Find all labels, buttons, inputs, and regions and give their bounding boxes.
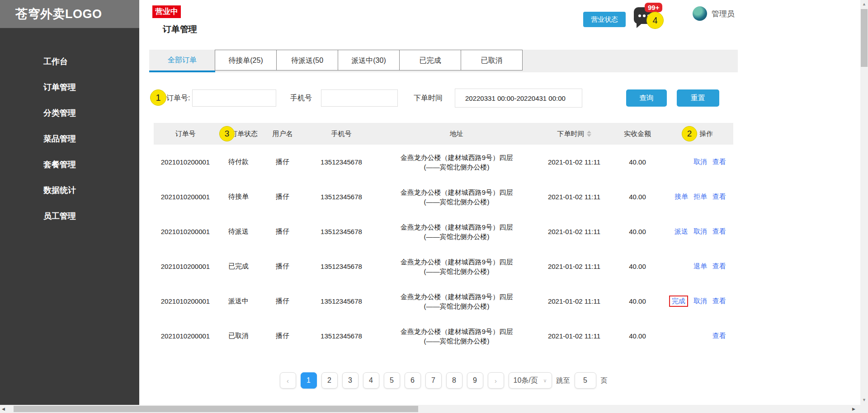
vertical-scrollbar[interactable]: ▲ ▼ [860, 0, 868, 405]
tab-已完成[interactable]: 已完成 [399, 50, 461, 70]
page-button-8[interactable]: 8 [446, 372, 462, 389]
jump-page-input[interactable]: 5 [575, 372, 596, 389]
prev-page-button[interactable]: ‹ [280, 372, 296, 389]
cell-status: 已完成 [217, 262, 260, 271]
cell-order-time: 2021-01-02 11:11 [536, 263, 613, 270]
action-link-取消[interactable]: 取消 [693, 158, 707, 166]
chevron-down-icon: ∨ [543, 378, 547, 384]
tab-待派送(50[interactable]: 待派送(50 [276, 50, 338, 70]
phone-input[interactable] [321, 89, 398, 107]
scroll-right-arrow-icon[interactable]: ▶ [852, 407, 855, 411]
cell-order-time: 2021-01-02 11:11 [536, 332, 613, 340]
horizontal-scrollbar[interactable]: ◀ ▶ [0, 405, 868, 413]
cell-amount: 40.00 [613, 158, 662, 166]
sidebar-item-工作台[interactable]: 工作台 [0, 49, 139, 75]
cell-address: 金燕龙办公楼（建材城西路9号）四层(——宾馆北侧办公楼) [377, 327, 536, 346]
cell-actions: 退单查看 [662, 262, 732, 271]
user-menu[interactable]: 管理员 [693, 6, 735, 21]
main-content: 营业中 订单管理 营业状态 99+ 4 管理员 全部订单待接单(25)待派送(5… [139, 0, 860, 405]
action-link-拒单[interactable]: 拒单 [693, 192, 707, 201]
vertical-scrollbar-thumb[interactable] [861, 9, 868, 67]
page-button-6[interactable]: 6 [405, 372, 421, 389]
action-link-退单[interactable]: 退单 [693, 262, 707, 271]
page-button-7[interactable]: 7 [425, 372, 442, 389]
action-link-完成[interactable]: 完成 [669, 296, 688, 307]
action-link-取消[interactable]: 取消 [693, 227, 707, 236]
action-link-查看[interactable]: 查看 [712, 262, 726, 271]
action-link-查看[interactable]: 查看 [712, 332, 726, 340]
order-time-range-input[interactable] [455, 89, 582, 108]
action-link-查看[interactable]: 查看 [712, 192, 726, 201]
cell-order-no: 2021010200001 [154, 158, 217, 166]
table-row: 2021010200001已完成播仔13512345678金燕龙办公楼（建材城西… [154, 249, 733, 284]
cell-address: 金燕龙办公楼（建材城西路9号）四层(——宾馆北侧办公楼) [377, 292, 536, 311]
orders-table: 订单号3订单状态用户名手机号地址下单时间实收金额2操作 202101020000… [149, 123, 738, 353]
horizontal-scrollbar-thumb[interactable] [14, 406, 418, 412]
reset-button[interactable]: 重置 [677, 89, 719, 107]
sidebar-item-分类管理[interactable]: 分类管理 [0, 100, 139, 126]
cell-phone: 13512345678 [305, 228, 377, 235]
page-size-select[interactable]: 10条/页 ∨ [509, 372, 552, 389]
action-link-接单[interactable]: 接单 [675, 192, 688, 201]
search-button[interactable]: 查询 [626, 89, 667, 107]
caret-up-icon [587, 131, 591, 133]
page-button-4[interactable]: 4 [363, 372, 379, 389]
tab-待接单(25)[interactable]: 待接单(25) [215, 50, 277, 70]
sidebar: 苍穹外卖LOGO 工作台订单管理分类管理菜品管理套餐管理数据统计员工管理 [0, 0, 139, 405]
cell-amount: 40.00 [613, 228, 662, 235]
messages-button[interactable]: 99+ 4 [634, 5, 656, 27]
business-status-button[interactable]: 营业状态 [583, 12, 626, 27]
cell-order-no: 2021010200001 [154, 297, 217, 305]
sidebar-item-菜品管理[interactable]: 菜品管理 [0, 126, 139, 152]
address-line-2: (——宾馆北侧办公楼) [377, 267, 536, 276]
next-page-button[interactable]: › [488, 372, 504, 389]
app-logo: 苍穹外卖LOGO [0, 0, 139, 28]
cell-actions: 接单拒单查看 [662, 192, 732, 201]
sidebar-item-员工管理[interactable]: 员工管理 [0, 203, 139, 229]
business-open-badge: 营业中 [152, 5, 181, 18]
table-row: 2021010200001待接单播仔13512345678金燕龙办公楼（建材城西… [154, 179, 733, 214]
column-header-label: 地址 [450, 130, 463, 138]
cell-amount: 40.00 [613, 297, 662, 305]
action-link-查看[interactable]: 查看 [712, 227, 726, 236]
action-link-查看[interactable]: 查看 [712, 158, 726, 166]
cell-amount: 40.00 [613, 193, 662, 201]
page-button-9[interactable]: 9 [467, 372, 483, 389]
column-header-label: 订单号 [175, 130, 196, 138]
page-button-1[interactable]: 1 [301, 372, 317, 389]
action-link-取消[interactable]: 取消 [693, 297, 707, 305]
table-row: 2021010200001待派送播仔13512345678金燕龙办公楼（建材城西… [154, 214, 733, 249]
sort-icon[interactable] [587, 131, 591, 137]
tab-已取消[interactable]: 已取消 [461, 50, 523, 70]
column-header: 3订单状态 [217, 126, 260, 141]
annotation-marker-1: 1 [150, 89, 166, 106]
sidebar-item-数据统计[interactable]: 数据统计 [0, 178, 139, 203]
cell-actions: 完成取消查看 [662, 296, 732, 307]
sidebar-menu: 工作台订单管理分类管理菜品管理套餐管理数据统计员工管理 [0, 28, 139, 229]
column-header: 实收金额 [613, 130, 662, 138]
tab-派送中(30)[interactable]: 派送中(30) [338, 50, 400, 70]
topbar: 营业中 订单管理 营业状态 99+ 4 管理员 [139, 0, 860, 50]
column-header-label: 用户名 [273, 130, 293, 138]
order-status-tabs: 全部订单待接单(25)待派送(50派送中(30)已完成已取消 [149, 50, 738, 72]
tab-全部订单[interactable]: 全部订单 [149, 50, 215, 72]
address-line-2: (——宾馆北侧办公楼) [377, 197, 536, 206]
column-header-label: 操作 [699, 130, 713, 138]
action-link-派送[interactable]: 派送 [675, 227, 688, 236]
sidebar-item-订单管理[interactable]: 订单管理 [0, 75, 139, 100]
cell-user: 播仔 [260, 227, 305, 236]
order-no-input[interactable] [192, 89, 276, 107]
page-button-2[interactable]: 2 [321, 372, 338, 389]
page-button-5[interactable]: 5 [384, 372, 400, 389]
scroll-down-arrow-icon[interactable]: ▼ [860, 398, 868, 402]
scroll-left-arrow-icon[interactable]: ◀ [2, 407, 5, 411]
page-button-3[interactable]: 3 [342, 372, 359, 389]
cell-user: 播仔 [260, 192, 305, 201]
scroll-up-arrow-icon[interactable]: ▲ [860, 2, 868, 6]
column-header: 订单号 [154, 130, 217, 138]
avatar[interactable] [693, 6, 707, 21]
action-link-查看[interactable]: 查看 [712, 297, 726, 305]
cell-order-time: 2021-01-02 11:11 [536, 158, 613, 166]
cell-status: 派送中 [217, 297, 260, 305]
sidebar-item-套餐管理[interactable]: 套餐管理 [0, 152, 139, 178]
